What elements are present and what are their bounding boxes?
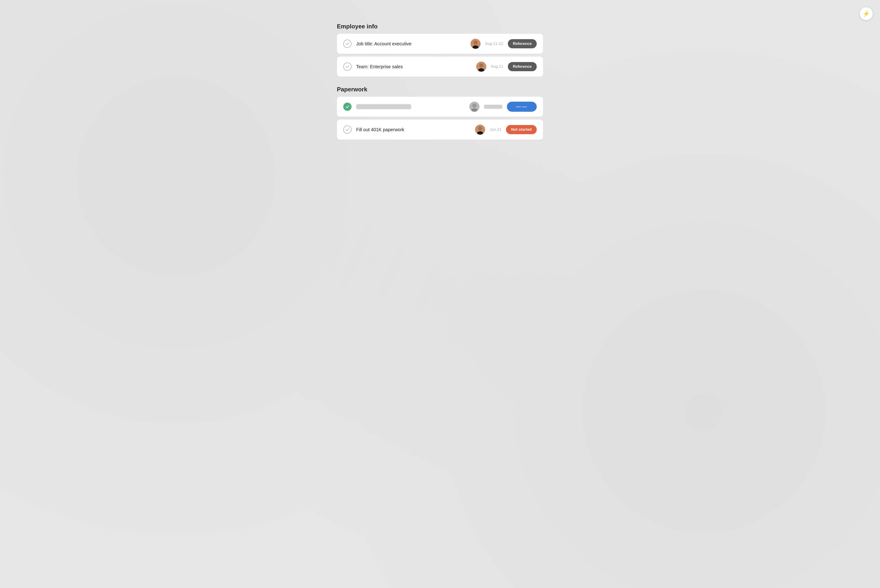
svg-point-1: [474, 40, 478, 45]
section-paperwork: Paperwork Fill out 401K paperwork Jun 21…: [337, 86, 543, 140]
card-left-paperwork-item-1: [343, 103, 411, 111]
card-right-paperwork-item-1: [469, 102, 537, 112]
badge-paperwork-item-1[interactable]: [507, 102, 537, 112]
card-right-fill-401k: Jun 21Not started: [475, 124, 537, 135]
card-job-title: Job title: Account executive Aug 11-12Re…: [337, 34, 543, 54]
lightning-icon: ⚡: [863, 10, 870, 17]
card-label-paperwork-item-1: [356, 104, 411, 109]
svg-point-4: [479, 63, 483, 68]
date-fill-401k: Jun 21: [490, 127, 501, 132]
card-left-team: Team: Enterprise sales: [343, 63, 403, 71]
card-paperwork-item-1: [337, 97, 543, 117]
card-fill-401k: Fill out 401K paperwork Jun 21Not starte…: [337, 120, 543, 140]
badge-team[interactable]: Reference: [508, 62, 537, 71]
section-employee-info: Employee infoJob title: Account executiv…: [337, 23, 543, 77]
card-left-fill-401k: Fill out 401K paperwork: [343, 126, 404, 134]
card-list-employee-info: Job title: Account executive Aug 11-12Re…: [337, 34, 543, 77]
svg-point-7: [472, 104, 477, 108]
avatar-fill-401k: [475, 124, 485, 135]
card-label-job-title: Job title: Account executive: [356, 41, 411, 46]
check-icon-job-title[interactable]: [343, 40, 352, 48]
badge-fill-401k[interactable]: Not started: [506, 125, 537, 134]
badge-job-title[interactable]: Reference: [508, 39, 537, 48]
card-label-fill-401k: Fill out 401K paperwork: [356, 127, 404, 132]
card-team: Team: Enterprise sales Aug 11Reference: [337, 57, 543, 77]
card-right-team: Aug 11Reference: [476, 62, 537, 72]
avatar-job-title: [471, 39, 481, 49]
date-job-title: Aug 11-12: [485, 42, 503, 46]
quick-actions-button[interactable]: ⚡: [860, 8, 872, 20]
card-right-job-title: Aug 11-12Reference: [471, 39, 537, 49]
date-paperwork-item-1: [484, 105, 502, 109]
main-content: Employee infoJob title: Account executiv…: [337, 23, 543, 140]
section-title-employee-info: Employee info: [337, 23, 543, 30]
check-icon-fill-401k[interactable]: [343, 126, 352, 134]
check-icon-paperwork-item-1[interactable]: [343, 103, 352, 111]
avatar-paperwork-item-1: [469, 102, 480, 112]
section-title-paperwork: Paperwork: [337, 86, 543, 93]
card-left-job-title: Job title: Account executive: [343, 40, 411, 48]
check-icon-team[interactable]: [343, 63, 352, 71]
svg-point-10: [478, 126, 482, 130]
date-team: Aug 11: [491, 64, 503, 69]
card-label-team: Team: Enterprise sales: [356, 64, 403, 69]
card-list-paperwork: Fill out 401K paperwork Jun 21Not starte…: [337, 97, 543, 140]
avatar-team: [476, 62, 486, 72]
